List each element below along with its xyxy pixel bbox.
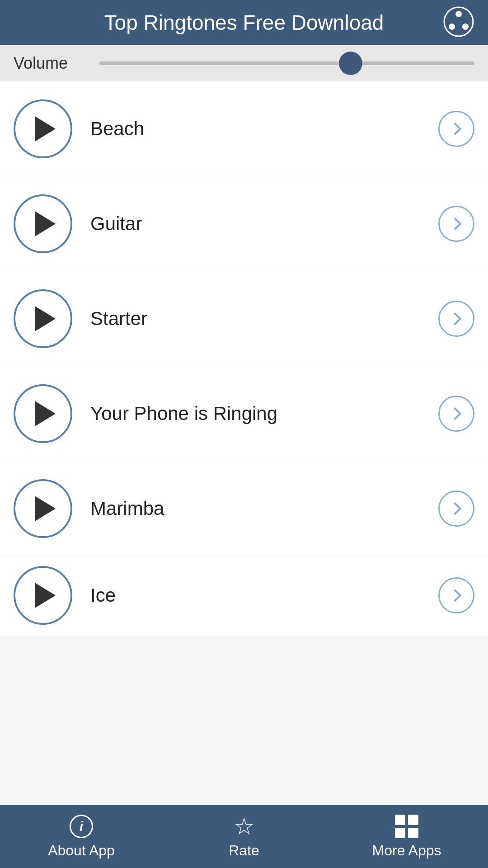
chevron-right-icon [449, 122, 461, 135]
play-button[interactable] [14, 289, 72, 348]
chevron-right-icon [449, 407, 461, 420]
play-button[interactable] [14, 479, 72, 538]
nav-label-more: More Apps [372, 842, 441, 859]
ringtone-item: Ice [0, 556, 488, 635]
nav-label-about: About App [48, 842, 115, 859]
play-icon [35, 496, 56, 521]
nav-item-rate[interactable]: ☆ Rate [163, 805, 325, 868]
chevron-right-icon [449, 589, 461, 602]
play-icon [35, 211, 56, 236]
ringtone-name: Guitar [72, 213, 438, 235]
svg-point-2 [449, 24, 455, 30]
play-button[interactable] [14, 99, 72, 158]
settings-circle-icon[interactable] [443, 6, 474, 39]
play-button[interactable] [14, 194, 72, 253]
ringtone-item: Your Phone is Ringing [0, 366, 488, 461]
info-icon: i [69, 814, 94, 839]
chevron-right-icon [449, 217, 461, 230]
volume-bar: Volume [0, 45, 488, 81]
play-icon [35, 116, 56, 142]
chevron-button[interactable] [438, 111, 474, 147]
play-button[interactable] [14, 384, 72, 443]
ringtone-name: Marimba [72, 498, 438, 519]
chevron-button[interactable] [438, 206, 474, 242]
chevron-right-icon [449, 502, 461, 514]
play-icon [35, 401, 56, 426]
bottom-nav: i About App ☆ Rate More Apps [0, 805, 488, 868]
star-icon: ☆ [232, 814, 257, 839]
volume-label: Volume [14, 54, 86, 73]
chevron-button[interactable] [438, 491, 474, 527]
ringtone-name: Ice [72, 585, 438, 606]
play-icon [35, 306, 56, 331]
chevron-button[interactable] [438, 577, 474, 613]
ringtone-item: Beach [0, 81, 488, 176]
ringtone-item: Marimba [0, 461, 488, 556]
ringtone-list: BeachGuitarStarterYour Phone is RingingM… [0, 81, 488, 635]
chevron-right-icon [449, 312, 461, 325]
ringtone-name: Beach [72, 118, 438, 140]
volume-track [99, 61, 474, 65]
app-title: Top Ringtones Free Download [104, 10, 384, 35]
chevron-button[interactable] [438, 301, 474, 337]
nav-item-about[interactable]: i About App [0, 805, 163, 868]
ringtone-name: Starter [72, 308, 438, 330]
app-header: Top Ringtones Free Download [0, 0, 488, 45]
svg-point-3 [462, 24, 469, 30]
content-area: BeachGuitarStarterYour Phone is RingingM… [0, 81, 488, 805]
grid-icon [394, 814, 419, 839]
play-button[interactable] [14, 566, 72, 625]
volume-thumb[interactable] [339, 52, 362, 75]
play-icon [35, 583, 56, 608]
ringtone-item: Starter [0, 271, 488, 366]
chevron-button[interactable] [438, 396, 474, 432]
nav-label-rate: Rate [229, 842, 259, 859]
ringtone-item: Guitar [0, 176, 488, 271]
nav-item-more[interactable]: More Apps [325, 805, 488, 868]
volume-slider[interactable] [99, 61, 474, 65]
svg-point-1 [455, 11, 462, 17]
ringtone-name: Your Phone is Ringing [72, 403, 438, 425]
